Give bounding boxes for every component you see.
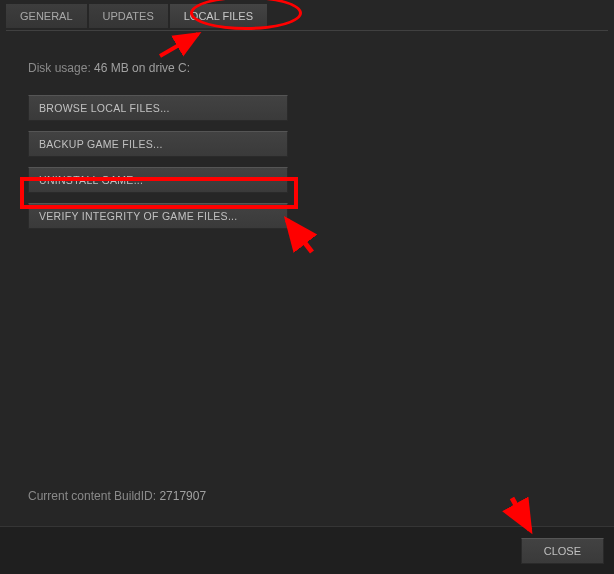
verify-integrity-button[interactable]: VERIFY INTEGRITY OF GAME FILES... xyxy=(28,203,288,229)
disk-usage-line: Disk usage: 46 MB on drive C: xyxy=(28,61,594,75)
build-id-line: Current content BuildID: 2717907 xyxy=(28,489,206,503)
build-id-value: 2717907 xyxy=(159,489,206,503)
tab-content: Disk usage: 46 MB on drive C: BROWSE LOC… xyxy=(0,31,614,521)
tab-general[interactable]: GENERAL xyxy=(6,4,87,28)
tab-bar: GENERAL UPDATES LOCAL FILES xyxy=(0,0,614,28)
close-button[interactable]: CLOSE xyxy=(521,538,604,564)
uninstall-game-button[interactable]: UNINSTALL GAME... xyxy=(28,167,288,193)
backup-game-files-button[interactable]: BACKUP GAME FILES... xyxy=(28,131,288,157)
disk-usage-label: Disk usage xyxy=(28,61,87,75)
disk-usage-value: 46 MB on drive C: xyxy=(94,61,190,75)
tab-local-files[interactable]: LOCAL FILES xyxy=(170,4,267,28)
button-stack: BROWSE LOCAL FILES... BACKUP GAME FILES.… xyxy=(28,95,288,229)
tab-updates[interactable]: UPDATES xyxy=(89,4,168,28)
dialog-footer: CLOSE xyxy=(0,526,614,574)
browse-local-files-button[interactable]: BROWSE LOCAL FILES... xyxy=(28,95,288,121)
build-id-label: Current content BuildID xyxy=(28,489,153,503)
